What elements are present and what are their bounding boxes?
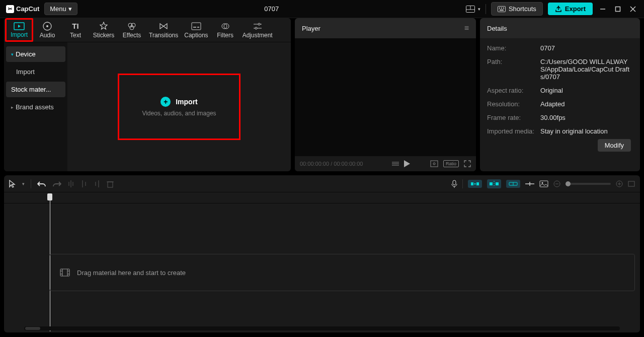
media-sidebar: ▾Device Import Stock mater... ▸Brand ass… [4,42,67,171]
filters-icon [221,22,230,31]
timeline-tools-right [451,179,635,188]
delete-right-button[interactable] [94,180,101,188]
main-track-magnet-button[interactable] [468,180,482,188]
modify-row: Modify [487,139,633,152]
main-area: Import Audio TI Text Stickers Effects Tr… [0,18,644,171]
zoom-slider[interactable] [566,183,611,185]
detail-row-name: Name:0707 [487,44,633,52]
tab-text[interactable]: TI Text [61,18,90,42]
preview-axis-button[interactable] [525,181,534,187]
frame-focus-icon[interactable] [430,160,438,167]
zoom-out-button[interactable] [553,180,560,187]
stickers-icon [99,22,108,31]
export-label: Export [565,5,586,13]
undo-button[interactable] [37,180,46,187]
delete-left-button[interactable] [80,180,88,188]
sidebar-item-brand-assets[interactable]: ▸Brand assets [6,99,65,115]
detail-row-aspect: Aspect ratio:Original [487,87,633,94]
sidebar-item-label: Device [16,50,36,58]
tab-label: Stickers [93,32,115,39]
tab-audio[interactable]: Audio [33,18,61,42]
timeline-toolbar: ▾ [4,175,640,192]
details-panel: Details Name:0707 Path:C:/Users/GOOD WIL… [480,18,640,171]
project-title: 0707 [264,5,279,13]
timeline-drop-zone[interactable]: Drag material here and start to create [49,254,635,291]
play-button[interactable] [404,160,410,167]
effects-icon [127,22,136,31]
tab-effects[interactable]: Effects [118,18,146,42]
svg-rect-54 [540,181,548,187]
selection-tool[interactable] [9,180,16,188]
divider [462,179,463,188]
layout-button[interactable]: ▾ [466,6,480,13]
tab-transitions[interactable]: Transitions [146,18,181,42]
film-icon [60,268,70,277]
app-name: CapCut [16,5,39,13]
svg-point-46 [474,183,476,184]
detail-label: Frame rate: [487,114,535,121]
drop-hint-text: Drag material here and start to create [77,269,186,277]
export-button[interactable]: Export [548,3,593,15]
zoom-in-button[interactable] [616,180,623,187]
tab-label: Captions [184,32,208,39]
modify-button[interactable]: Modify [598,139,631,152]
compare-icon[interactable] [392,161,399,167]
timeline-tracks[interactable]: Drag material here and start to create [4,204,640,326]
mic-button[interactable] [451,180,457,188]
tab-label: Audio [40,32,55,39]
detail-label: Aspect ratio: [487,87,535,94]
category-tabs: Import Audio TI Text Stickers Effects Tr… [4,18,291,42]
ratio-button[interactable]: Ratio [443,160,459,167]
menu-label: Menu [50,5,66,13]
sidebar-item-label: Import [16,68,35,76]
sidebar-item-label: Brand assets [16,103,54,111]
player-time: 00:00:00:00 / 00:00:00:00 [300,161,387,167]
minimize-button[interactable] [598,4,608,14]
detail-label: Path: [487,58,535,81]
sidebar-item-device[interactable]: ▾Device [6,46,65,62]
maximize-button[interactable] [613,4,623,14]
close-button[interactable] [628,4,638,14]
svg-rect-4 [499,8,500,9]
detail-row-framerate: Frame rate:30.00fps [487,114,633,121]
tab-filters[interactable]: Filters [211,18,239,42]
cover-button[interactable] [539,180,548,187]
tab-import[interactable]: Import [5,18,33,42]
tab-adjustment[interactable]: Adjustment [239,18,276,42]
chevron-down-icon: ▾ [478,7,480,12]
detail-row-resolution: Resolution:Adapted [487,100,633,108]
menu-button[interactable]: Menu ▾ [44,3,77,15]
linkage-button[interactable] [506,180,520,188]
player-menu-icon[interactable]: ≡ [464,24,469,33]
shortcuts-button[interactable]: Shortcuts [491,2,543,16]
tab-label: Transitions [149,32,178,39]
tab-captions[interactable]: Captions [181,18,211,42]
svg-point-55 [542,182,543,183]
player-viewport [295,38,476,156]
audio-icon [43,22,52,31]
top-actions: ▾ Shortcuts Export [466,2,638,16]
playhead[interactable] [47,193,52,200]
chevron-down-icon[interactable]: ▾ [22,181,25,186]
delete-button[interactable] [107,180,114,188]
sidebar-item-stock-material[interactable]: Stock mater... [6,82,65,97]
detail-value: Adapted [540,100,565,108]
tab-label: Import [11,31,28,38]
sidebar-item-import[interactable]: Import [6,64,65,80]
split-button[interactable] [67,180,74,188]
svg-rect-44 [471,182,473,185]
import-drop-zone[interactable]: + Import Videos, audios, and images [118,74,240,140]
timeline-scrollbar[interactable] [24,326,620,330]
zoom-fit-button[interactable] [628,181,635,187]
fullscreen-icon[interactable] [464,160,471,167]
timeline-ruler[interactable] [4,192,640,204]
svg-point-27 [255,27,257,29]
auto-snap-button[interactable] [487,179,501,188]
redo-button[interactable] [52,180,61,187]
media-body: ▾Device Import Stock mater... ▸Brand ass… [4,42,291,171]
export-icon [555,6,562,13]
tab-label: Text [70,32,81,39]
zoom-thumb[interactable] [566,181,571,186]
adjustment-icon [253,22,262,31]
tab-stickers[interactable]: Stickers [90,18,118,42]
